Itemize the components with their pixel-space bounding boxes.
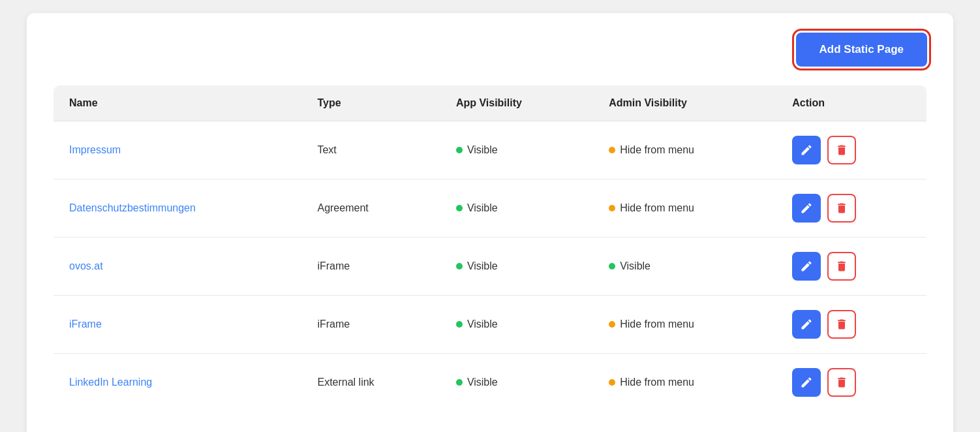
admin-visibility-dot (609, 205, 615, 211)
col-header-admin-visibility: Admin Visibility (593, 85, 776, 121)
table-row: iFrameiFrameVisibleHide from menu (54, 296, 927, 354)
table-header-row: Name Type App Visibility Admin Visibilit… (54, 85, 927, 121)
table-row: DatenschutzbestimmungenAgreementVisibleH… (54, 179, 927, 238)
top-bar: Add Static Page (53, 33, 927, 67)
pencil-icon (800, 260, 813, 273)
cell-name: Datenschutzbestimmungen (54, 179, 302, 238)
cell-action (776, 238, 926, 296)
admin-visibility-text: Hide from menu (620, 377, 694, 388)
admin-visibility-text: Visible (620, 260, 651, 272)
cell-admin-visibility: Hide from menu (593, 179, 776, 238)
cell-action (776, 296, 926, 354)
table-row: ImpressumTextVisibleHide from menu (54, 121, 927, 179)
table-row: LinkedIn LearningExternal linkVisibleHid… (54, 354, 927, 412)
admin-visibility-text: Hide from menu (620, 202, 694, 214)
cell-action (776, 179, 926, 238)
edit-button[interactable] (792, 136, 821, 164)
cell-action (776, 354, 926, 412)
page-name-link[interactable]: ovos.at (69, 260, 103, 271)
delete-button[interactable] (827, 194, 856, 223)
col-header-app-visibility: App Visibility (440, 85, 593, 121)
cell-type: Agreement (301, 179, 440, 238)
cell-app-visibility: Visible (440, 354, 593, 412)
static-pages-table: Name Type App Visibility Admin Visibilit… (53, 85, 927, 412)
app-visibility-dot (456, 205, 463, 211)
admin-visibility-text: Hide from menu (620, 144, 694, 156)
add-static-page-button[interactable]: Add Static Page (796, 33, 927, 67)
page-container: Add Static Page Name Type App Visibility… (27, 13, 953, 432)
page-name-link[interactable]: iFrame (69, 318, 102, 330)
delete-button[interactable] (827, 310, 856, 339)
table-header: Name Type App Visibility Admin Visibilit… (54, 85, 927, 121)
app-visibility-text: Visible (467, 318, 498, 330)
cell-admin-visibility: Hide from menu (593, 121, 776, 179)
app-visibility-text: Visible (467, 377, 498, 388)
col-header-action: Action (776, 85, 926, 121)
cell-type: Text (301, 121, 440, 179)
admin-visibility-dot (609, 147, 615, 153)
admin-visibility-dot (609, 263, 615, 270)
app-visibility-dot (456, 263, 463, 270)
pencil-icon (800, 376, 813, 389)
cell-name: Impressum (54, 121, 302, 179)
delete-button[interactable] (827, 252, 856, 281)
pencil-icon (800, 202, 813, 215)
cell-app-visibility: Visible (440, 238, 593, 296)
app-visibility-dot (456, 379, 463, 386)
page-name-link[interactable]: LinkedIn Learning (69, 377, 152, 388)
cell-admin-visibility: Hide from menu (593, 354, 776, 412)
col-header-name: Name (54, 85, 302, 121)
cell-admin-visibility: Visible (593, 238, 776, 296)
table-body: ImpressumTextVisibleHide from menu Daten… (54, 121, 927, 412)
app-visibility-text: Visible (467, 260, 498, 272)
pencil-icon (800, 144, 813, 157)
cell-action (776, 121, 926, 179)
app-visibility-dot (456, 321, 463, 328)
app-visibility-text: Visible (467, 202, 498, 214)
admin-visibility-dot (609, 379, 615, 386)
cell-name: ovos.at (54, 238, 302, 296)
edit-button[interactable] (792, 368, 821, 397)
cell-type: iFrame (301, 296, 440, 354)
cell-app-visibility: Visible (440, 121, 593, 179)
app-visibility-text: Visible (467, 144, 498, 156)
col-header-type: Type (301, 85, 440, 121)
admin-visibility-dot (609, 321, 615, 328)
cell-admin-visibility: Hide from menu (593, 296, 776, 354)
trash-icon (835, 202, 848, 215)
trash-icon (835, 144, 848, 157)
trash-icon (835, 376, 848, 389)
edit-button[interactable] (792, 194, 821, 223)
delete-button[interactable] (827, 368, 856, 397)
cell-name: iFrame (54, 296, 302, 354)
page-name-link[interactable]: Datenschutzbestimmungen (69, 202, 196, 213)
cell-name: LinkedIn Learning (54, 354, 302, 412)
edit-button[interactable] (792, 310, 821, 339)
trash-icon (835, 318, 848, 331)
app-visibility-dot (456, 147, 463, 153)
pencil-icon (800, 318, 813, 331)
table-row: ovos.atiFrameVisibleVisible (54, 238, 927, 296)
cell-app-visibility: Visible (440, 296, 593, 354)
cell-app-visibility: Visible (440, 179, 593, 238)
admin-visibility-text: Hide from menu (620, 318, 694, 330)
cell-type: iFrame (301, 238, 440, 296)
edit-button[interactable] (792, 252, 821, 281)
cell-type: External link (301, 354, 440, 412)
trash-icon (835, 260, 848, 273)
page-name-link[interactable]: Impressum (69, 144, 121, 155)
delete-button[interactable] (827, 136, 856, 164)
